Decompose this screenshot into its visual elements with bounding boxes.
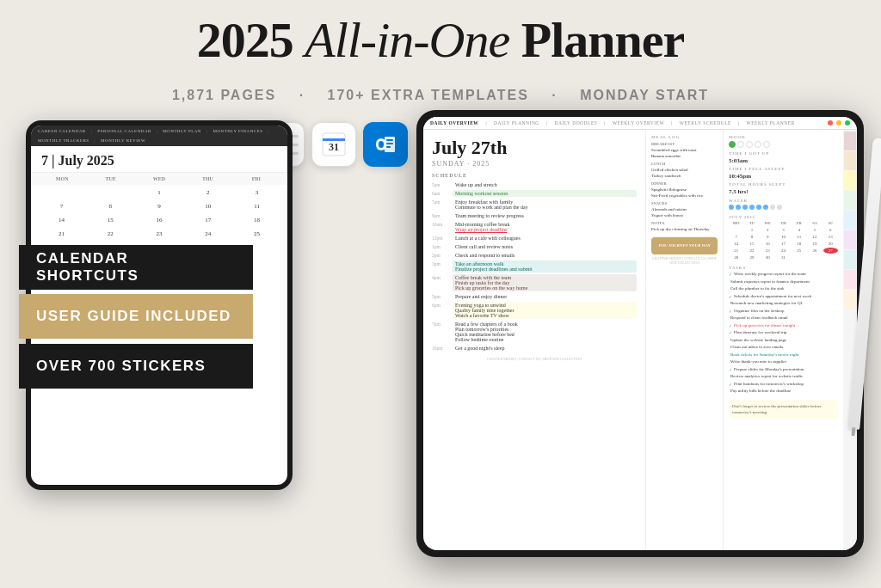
mini-cal-cell: 9 — [761, 234, 775, 240]
nav-personal[interactable]: PERSONAL CALENDAR — [97, 129, 151, 133]
schedule-time: 3pm — [432, 260, 449, 266]
nav-sep-4: | — [268, 129, 270, 133]
mini-cal-headers: MO TU WE TH FR SA SU — [729, 221, 838, 225]
schedule-item: Read a few chapters of a bookPlan tomorr… — [453, 321, 637, 343]
tab-rose[interactable] — [844, 270, 856, 289]
mini-cal-cell: 14 — [729, 241, 743, 247]
mood-circle-2 — [737, 141, 744, 148]
tab-yellow[interactable] — [844, 171, 856, 190]
task-text: Schedule doctor's appointment for next w… — [734, 294, 811, 300]
task-checkmark: ✓ — [729, 330, 732, 335]
tab-purple[interactable] — [844, 230, 856, 249]
task-item: Update the website landing page — [729, 338, 838, 344]
badge-stickers: OVER 700 STICKERS — [19, 344, 253, 389]
nav-finances[interactable]: MONTHLY FINANCES — [213, 129, 263, 133]
mini-day-we: WE — [761, 221, 775, 225]
nav-daily-overview[interactable]: DAILY OVERVIEW — [430, 120, 478, 126]
sleep-time: 5:03am — [729, 157, 838, 164]
page-header: 2025 All-in-One Planner — [0, 15, 881, 65]
mini-cal-cell: 19 — [807, 241, 822, 247]
nav-doodles[interactable]: DAILY DOODLES — [554, 120, 597, 126]
cal-cell: 1 — [136, 187, 183, 199]
task-item: ✓ Plan itinerary for weekend trip — [729, 330, 838, 336]
planner-nav: DAILY OVERVIEW | DAILY PLANNING | DAILY … — [423, 117, 857, 130]
schedule-item-coffee: Coffee break with the teamFinish up task… — [453, 274, 637, 291]
schedule-time: 10am — [432, 221, 449, 227]
nav-monthly[interactable]: MONTHLY PLAN — [163, 129, 201, 133]
schedule-row: 10pm Get a good night's sleep — [432, 345, 637, 352]
mini-cal-cell: 16 — [761, 241, 775, 247]
task-text: Pay utility bills before the deadline — [730, 389, 791, 395]
tasks-label: TASKS — [729, 266, 838, 270]
mini-cal-cell: 18 — [792, 241, 806, 247]
nav-weekly-overview[interactable]: WEEKLY OVERVIEW — [613, 120, 664, 126]
water-section: WATER — [729, 199, 838, 210]
tab-blue[interactable] — [844, 211, 856, 230]
mini-cal-today: 27 — [823, 248, 838, 254]
mini-cal-cell: 23 — [761, 248, 775, 254]
cal-cell: 14 — [38, 214, 85, 226]
schedule-time: 12pm — [432, 235, 449, 241]
task-item: Research new marketing strategies for Q1 — [729, 301, 838, 307]
outlook-icon — [363, 122, 408, 167]
tab-peach[interactable] — [844, 151, 856, 170]
mini-cal-cell: 8 — [744, 234, 759, 240]
meal-log-title: MEAL LOG — [651, 135, 718, 139]
schedule-item: Get a good night's sleep — [453, 345, 637, 352]
schedule-item-teal: Take an afternoon walkFinalize project d… — [453, 260, 637, 273]
subtitle-bar: 1,871 PAGES · 170+ EXTRA TEMPLATES · MON… — [0, 88, 881, 103]
meal-dinner-food: Spaghetti BologneseStir-Fried vegetables… — [651, 187, 718, 199]
schedule-row: 4pm Coffee break with the teamFinish up … — [432, 274, 637, 291]
tab-green[interactable] — [844, 191, 856, 210]
task-item: ✓ Pick up groceries for dinner tonight — [729, 323, 838, 329]
task-item: ✓ Write weekly progress report for the t… — [729, 272, 838, 278]
nav-daily-planning[interactable]: DAILY PLANNING — [494, 120, 539, 126]
nav-weekly-schedule[interactable]: WEEKLY SCHEDULE — [680, 120, 731, 126]
cal-cell: 15 — [87, 214, 134, 226]
meal-lunch-food: Grilled chicken saladTurkey sandwich — [651, 167, 718, 179]
mini-cal-cell: 4 — [792, 227, 806, 233]
affirmation-text: YOU JOURNEY YOUR WAY — [656, 242, 712, 249]
badge-2-text: USER GUIDE INCLUDED — [36, 308, 231, 325]
task-checkmark: ✓ — [729, 272, 732, 277]
task-item: Respond to client feedback email — [729, 315, 838, 322]
task-text: Update the website landing page — [730, 338, 786, 344]
schedule-time: 6pm — [432, 302, 449, 308]
task-text: Clean out inbox to zero emails — [730, 345, 783, 351]
tab-pink[interactable] — [844, 132, 856, 150]
nav-review[interactable]: MONTHLY REVIEW — [101, 138, 145, 143]
nav-career[interactable]: CAREER CALENDAR — [38, 129, 86, 133]
nav-trackers[interactable]: MONTHLY TRACKERS — [38, 138, 89, 143]
task-text-teal: Book tickets for Saturday's movie night — [730, 352, 798, 358]
content-area: July 27th SUNDAY · 2025 SCHEDULE 5am Wak… — [423, 130, 857, 550]
mini-cal-cells: 1 2 3 4 5 6 7 8 9 10 11 12 13 14 — [729, 227, 838, 260]
mini-cal-cell: 26 — [807, 248, 822, 254]
schedule-time: 6am — [432, 190, 449, 196]
cal-cell: 3 — [233, 187, 280, 199]
cal-cell: 23 — [136, 228, 183, 240]
schedule-item: Wake up and stretch — [453, 181, 637, 188]
nav-weekly-planner[interactable]: WEEKLY PLANNER — [746, 120, 794, 126]
badge-1-text: CALENDAR SHORTCUTS — [36, 250, 236, 285]
meal-snacks-label: SNACKS — [651, 201, 718, 205]
right-sidebar: MOOD TIME I GOT UP 5:03am TIME I FELL AS… — [723, 130, 843, 550]
planner-date: July 27th — [432, 137, 637, 159]
right-tablet: DAILY OVERVIEW | DAILY PLANNING | DAILY … — [416, 110, 864, 557]
asleep-time: 10:45pm — [729, 173, 838, 180]
cal-cell — [87, 187, 134, 199]
mini-cal-cell: 12 — [807, 234, 822, 240]
task-text: Prepare slides for Monday's presentation — [734, 367, 804, 373]
schedule-list: 5am Wake up and stretch 6am Morning work… — [432, 181, 637, 352]
mood-circle-1 — [729, 141, 736, 148]
tab-teal[interactable] — [844, 250, 856, 269]
mini-cal-cell: 31 — [776, 254, 791, 260]
schedule-row: 6am Morning workout session — [432, 190, 637, 197]
pages-count: 1,871 PAGES — [172, 88, 276, 102]
task-checkmark: ✓ — [729, 382, 732, 387]
tab-orange[interactable] — [844, 290, 856, 309]
tab-gray[interactable] — [844, 309, 856, 328]
schedule-item: Mid-morning coffee breakWrap up project … — [453, 221, 637, 233]
svg-rect-5 — [386, 139, 393, 141]
nav-sep: | — [604, 120, 606, 126]
start-day: MONDAY START — [580, 88, 709, 102]
